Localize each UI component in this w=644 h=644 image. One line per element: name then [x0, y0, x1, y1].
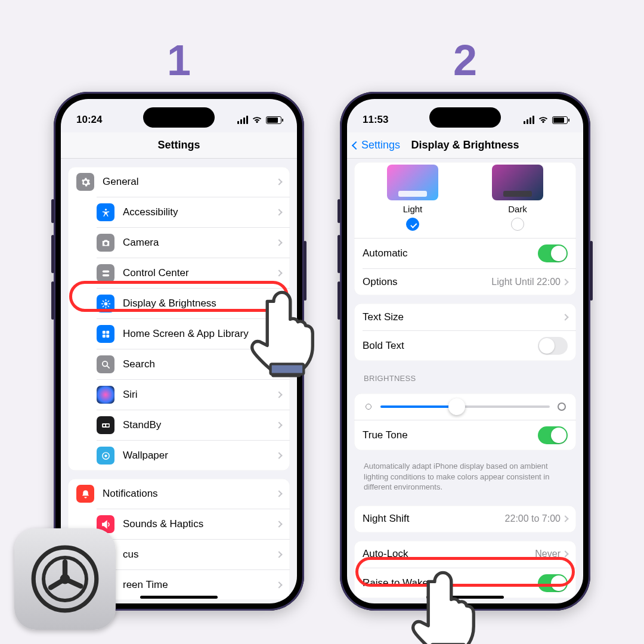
row-label: Sounds & Haptics	[123, 518, 277, 530]
appearance-picker: Light Dark	[354, 162, 576, 238]
radio-off-icon	[511, 218, 524, 231]
chevron-right-icon	[275, 178, 282, 185]
row-auto-lock[interactable]: Auto-Lock Never	[354, 541, 576, 568]
back-button[interactable]: Settings	[353, 139, 400, 151]
phone-frame-2: 11:53 Settings Display & Brightness	[340, 92, 590, 611]
row-label: Home Screen & App Library	[123, 328, 277, 340]
gear-icon	[76, 173, 94, 191]
nav-bar: Settings	[61, 132, 297, 159]
row-label: Options	[363, 276, 491, 288]
row-general[interactable]: General	[68, 167, 290, 197]
wallpaper-icon	[97, 447, 114, 465]
chevron-right-icon	[275, 581, 282, 588]
toggle-off[interactable]	[538, 337, 568, 355]
row-label: General	[103, 176, 277, 188]
row-label: Raise to Wake	[363, 577, 538, 589]
appearance-light[interactable]: Light	[387, 165, 438, 231]
row-automatic[interactable]: Automatic	[354, 238, 576, 268]
row-accessibility[interactable]: Accessibility	[97, 197, 290, 227]
battery-icon	[552, 116, 568, 124]
back-label: Settings	[361, 139, 400, 151]
row-label: Bold Text	[363, 340, 538, 352]
battery-icon	[266, 116, 281, 124]
chevron-right-icon	[275, 239, 282, 246]
row-standby[interactable]: StandBy	[97, 410, 290, 440]
chevron-right-icon	[275, 422, 282, 428]
slider-track[interactable]	[380, 405, 550, 408]
control-center-icon	[97, 264, 114, 282]
row-label: Control Center	[123, 267, 277, 279]
row-label: Auto-Lock	[363, 548, 535, 560]
svg-rect-5	[106, 330, 109, 333]
chevron-right-icon	[562, 515, 568, 522]
row-label: Night Shift	[363, 513, 505, 525]
row-camera[interactable]: Camera	[97, 227, 290, 258]
row-value: Light Until 22:00	[491, 277, 561, 287]
row-sounds[interactable]: Sounds & Haptics	[97, 509, 290, 539]
svg-point-3	[104, 302, 107, 305]
row-label: Wallpaper	[123, 450, 277, 462]
step-number-1: 1	[167, 36, 191, 85]
row-notifications[interactable]: Notifications	[68, 479, 290, 509]
row-true-tone[interactable]: True Tone	[354, 420, 576, 450]
row-control-center[interactable]: Control Center	[97, 258, 290, 288]
chevron-left-icon	[352, 141, 360, 149]
chevron-right-icon	[275, 490, 282, 497]
row-siri[interactable]: Siri	[97, 379, 290, 410]
toggle-on[interactable]	[538, 574, 568, 592]
appearance-dark[interactable]: Dark	[492, 165, 543, 231]
chevron-right-icon	[275, 330, 282, 337]
row-text-size[interactable]: Text Size	[354, 304, 576, 330]
chevron-right-icon	[275, 452, 282, 459]
row-label: Siri	[123, 389, 277, 401]
brightness-slider[interactable]	[354, 394, 576, 420]
row-label: Automatic	[363, 247, 538, 259]
svg-rect-2	[102, 274, 109, 276]
wifi-icon	[252, 116, 262, 124]
svg-rect-11	[106, 424, 109, 426]
row-wallpaper[interactable]: Wallpaper	[97, 440, 290, 470]
chevron-right-icon	[275, 551, 282, 558]
chevron-right-icon	[275, 391, 282, 398]
row-value: 22:00 to 7:00	[505, 513, 561, 524]
toggle-on[interactable]	[538, 426, 568, 444]
settings-app-icon	[14, 528, 116, 630]
svg-point-0	[104, 208, 106, 210]
dynamic-island	[429, 107, 501, 128]
row-raise-to-wake[interactable]: Raise to Wake	[363, 568, 576, 598]
brightness-icon	[97, 295, 114, 312]
svg-rect-4	[102, 330, 105, 333]
svg-rect-1	[102, 270, 109, 273]
appearance-label: Light	[387, 204, 438, 214]
bell-icon	[76, 485, 94, 503]
chevron-right-icon	[562, 278, 568, 285]
appearance-label: Dark	[492, 204, 543, 214]
row-value: Never	[535, 549, 561, 559]
chevron-right-icon	[562, 314, 568, 320]
cellular-icon	[237, 116, 248, 124]
chevron-right-icon	[275, 361, 282, 367]
dark-thumbnail	[492, 165, 543, 200]
cellular-icon	[524, 116, 534, 124]
status-time: 10:24	[76, 114, 102, 126]
row-label: Notifications	[103, 488, 277, 500]
row-label: StandBy	[123, 419, 277, 431]
row-bold-text[interactable]: Bold Text	[363, 330, 576, 361]
search-icon	[97, 355, 114, 373]
row-focus[interactable]: cus	[97, 539, 290, 569]
row-display-brightness[interactable]: Display & Brightness	[97, 288, 290, 318]
home-screen-icon	[97, 325, 114, 343]
dynamic-island	[143, 107, 215, 128]
toggle-on[interactable]	[538, 244, 568, 262]
page-title: Display & Brightness	[411, 139, 519, 151]
row-search[interactable]: Search	[97, 349, 290, 379]
page-title: Settings	[157, 139, 200, 151]
row-label: True Tone	[363, 429, 538, 441]
row-home-screen[interactable]: Home Screen & App Library	[97, 318, 290, 349]
row-label: Display & Brightness	[123, 298, 277, 309]
svg-point-13	[104, 454, 107, 457]
row-night-shift[interactable]: Night Shift 22:00 to 7:00	[354, 506, 576, 532]
wifi-icon	[538, 116, 549, 124]
row-label: cus	[123, 549, 277, 561]
row-options[interactable]: Options Light Until 22:00	[363, 268, 576, 295]
